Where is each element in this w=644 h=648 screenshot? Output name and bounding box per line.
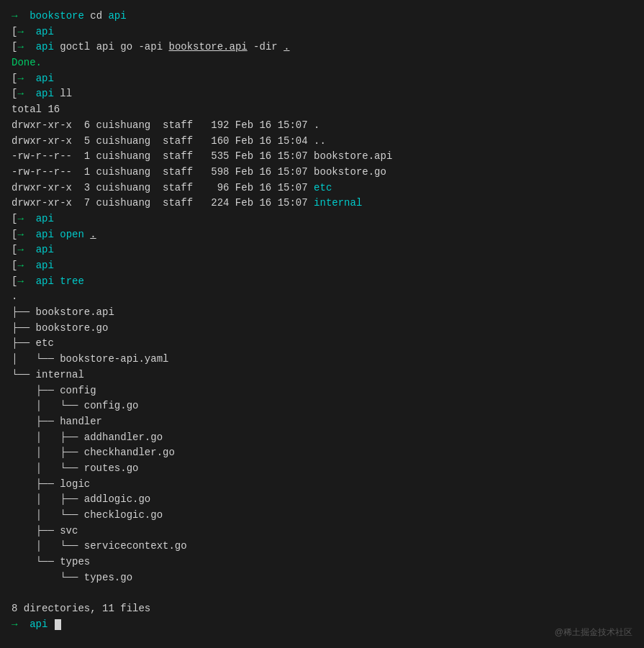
prompt-6: → <box>17 88 23 99</box>
cwd-after-ls: api <box>36 213 54 224</box>
prompt-2: → <box>17 26 23 37</box>
ls-line-6: drwxr-xr-x 7 cuishuang staff 224 Feb 16 … <box>12 196 632 211</box>
tree-line-14: │ └── checklogic.go <box>12 508 632 524</box>
line-1: → bookstore cd api <box>12 9 632 24</box>
tree-line-3: ├── etc <box>12 336 632 352</box>
line-open: [→ api open . <box>12 227 632 243</box>
prompt-3: → <box>17 41 23 53</box>
cwd-ao2: api <box>36 260 54 271</box>
tree-line-8: ├── handler <box>12 414 632 430</box>
tree-line-9: │ ├── addhandler.go <box>12 430 632 446</box>
cwd-api-5: api <box>36 73 54 84</box>
cmd-api-1: api <box>108 10 126 22</box>
prompt-open: → <box>17 229 23 240</box>
ls-line-3: -rw-r--r-- 1 cuishuang staff 535 Feb 16 … <box>12 149 632 165</box>
dir-internal: internal <box>314 197 362 209</box>
final-prompt-line: → api <box>12 617 632 633</box>
line-3: [→ api goctl api go -api bookstore.api -… <box>12 40 632 55</box>
done-text: Done. <box>12 57 42 68</box>
tree-line-15: ├── svc <box>12 524 632 539</box>
cwd-bookstore: bookstore <box>30 10 84 22</box>
terminal-cursor <box>55 619 61 630</box>
cwd-open: api <box>36 229 54 240</box>
prompt-5: → <box>17 73 23 84</box>
prompt-ao1: → <box>17 244 23 255</box>
bookstore-api-arg: bookstore.api <box>168 41 247 53</box>
cwd-api-2: api <box>36 26 54 37</box>
line-after-ls: [→ api <box>12 211 632 227</box>
line-5: [→ api <box>12 71 632 87</box>
tree-line-4: │ └── bookstore-api.yaml <box>12 352 632 368</box>
tree-line-18: └── types.go <box>12 570 632 586</box>
tree-line-7: │ └── config.go <box>12 398 632 414</box>
dir-etc: etc <box>314 182 332 193</box>
line-7: total 16 <box>12 102 632 118</box>
tree-line-6: ├── config <box>12 383 632 399</box>
watermark-label: @稀土掘金技术社区 <box>555 626 632 639</box>
tree-line-5: └── internal <box>12 368 632 383</box>
tree-line-17: └── types <box>12 555 632 570</box>
ls-line-1: drwxr-xr-x 6 cuishuang staff 192 Feb 16 … <box>12 118 632 134</box>
dir-dot-arg: . <box>284 41 289 53</box>
cwd-ao1: api <box>36 244 54 255</box>
line-after-open-1: [→ api <box>12 242 632 258</box>
dir-count: 8 directories, 11 files <box>12 601 632 617</box>
tree-line-10: │ ├── checkhandler.go <box>12 445 632 461</box>
cmd-tree: tree <box>60 275 84 287</box>
tree-line-1: ├── bookstore.api <box>12 305 632 321</box>
ls-line-2: drwxr-xr-x 5 cuishuang staff 160 Feb 16 … <box>12 134 632 150</box>
open-dot: . <box>90 229 96 240</box>
cwd-api-3: api <box>36 41 54 53</box>
terminal: → bookstore cd api [→ api [→ api goctl a… <box>12 9 632 633</box>
line-4: Done. <box>12 55 632 71</box>
tree-line-13: │ ├── addlogic.go <box>12 492 632 508</box>
tree-line-2: ├── bookstore.go <box>12 321 632 337</box>
tree-line-12: ├── logic <box>12 477 632 493</box>
tree-root: . <box>12 289 632 305</box>
cmd-open: open <box>60 229 84 240</box>
line-2: [→ api <box>12 24 632 40</box>
ls-line-5: drwxr-xr-x 3 cuishuang staff 96 Feb 16 1… <box>12 181 632 196</box>
ls-line-4: -rw-r--r-- 1 cuishuang staff 598 Feb 16 … <box>12 165 632 181</box>
line-after-open-2: [→ api <box>12 258 632 274</box>
prompt-after-ls: → <box>17 213 23 224</box>
final-cwd: api <box>30 619 47 630</box>
cwd-api-6: api <box>36 88 54 99</box>
line-tree-cmd: [→ api tree <box>12 274 632 290</box>
tree-line-16: │ └── servicecontext.go <box>12 539 632 555</box>
tree-line-11: │ └── routes.go <box>12 461 632 477</box>
prompt-ao2: → <box>17 260 23 271</box>
prompt-tree: → <box>17 275 23 287</box>
empty-line <box>12 585 632 601</box>
line-6: [→ api ll <box>12 86 632 102</box>
cwd-tree: api <box>36 275 54 287</box>
